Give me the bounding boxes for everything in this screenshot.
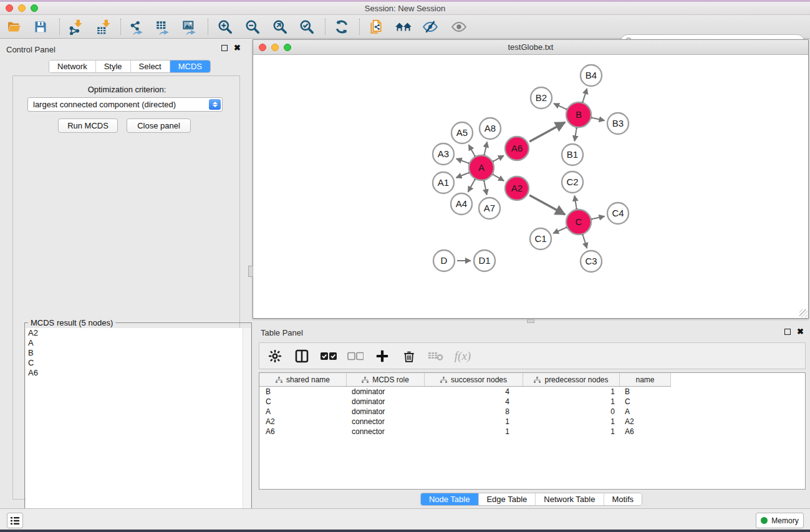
close-panel-icon[interactable]: ✖ bbox=[234, 45, 241, 51]
scrollbar[interactable] bbox=[243, 328, 251, 532]
eye-hidden-icon[interactable] bbox=[420, 18, 441, 36]
mcds-result-item[interactable]: C bbox=[26, 358, 251, 368]
graph-edge-B-B1[interactable] bbox=[574, 130, 576, 142]
export-image-icon[interactable] bbox=[179, 18, 200, 36]
control-panel: Control Panel ✖ NetworkStyleSelectMCDS O… bbox=[0, 39, 244, 508]
graph-edge-A-A5[interactable] bbox=[469, 145, 475, 155]
graph-edge-A-A4[interactable] bbox=[468, 181, 475, 192]
import-network-icon[interactable] bbox=[65, 18, 86, 36]
column-header-name[interactable]: name bbox=[620, 373, 671, 386]
save-icon[interactable] bbox=[30, 18, 51, 36]
eye-icon[interactable] bbox=[448, 18, 470, 36]
float-panel-icon[interactable] bbox=[784, 329, 791, 335]
tab-node-table[interactable]: Node Table bbox=[421, 493, 479, 505]
mcds-result-box: MCDS result (5 nodes) A2ABCA6 bbox=[24, 322, 252, 532]
control-panel-title: Control Panel bbox=[6, 45, 55, 54]
graph-edge-C-C2[interactable] bbox=[574, 196, 576, 208]
graph-node-label: A1 bbox=[438, 177, 449, 188]
graph-edge-C-C3[interactable] bbox=[583, 236, 587, 248]
table-cell: C bbox=[620, 397, 671, 407]
tab-edge-table[interactable]: Edge Table bbox=[478, 493, 536, 505]
task-history-button[interactable] bbox=[7, 513, 23, 528]
graph-edge-C-C4[interactable] bbox=[593, 216, 604, 219]
tab-network[interactable]: Network bbox=[49, 60, 96, 72]
table-row[interactable]: Adominator80A bbox=[259, 407, 671, 417]
resize-grip-icon[interactable] bbox=[799, 309, 808, 317]
network-graph-canvas[interactable]: B4B2BB3A8A5A6B1A3AC2A1A2A4A7C4CC1C3DD1 bbox=[253, 55, 808, 318]
toggle-column-panel-icon[interactable] bbox=[294, 348, 310, 364]
graph-edge-A-A8[interactable] bbox=[485, 142, 487, 153]
table-cell: B bbox=[620, 387, 671, 397]
tab-select[interactable]: Select bbox=[131, 60, 170, 72]
tab-network-table[interactable]: Network Table bbox=[536, 493, 604, 505]
refresh-icon[interactable] bbox=[331, 18, 352, 36]
graph-edge-C-C1[interactable] bbox=[553, 228, 565, 233]
control-panel-tabs: NetworkStyleSelectMCDS bbox=[49, 60, 211, 73]
open-folder-icon[interactable] bbox=[3, 18, 24, 36]
graph-edge-B-B4[interactable] bbox=[583, 89, 587, 100]
table-cell: A2 bbox=[259, 417, 347, 427]
column-header-predecessor-nodes[interactable]: predecessor nodes bbox=[523, 373, 620, 386]
table-cell: C bbox=[259, 397, 347, 407]
graph-edge-A2-C[interactable] bbox=[529, 195, 565, 215]
zoom-fit-icon[interactable] bbox=[269, 18, 291, 36]
export-table-icon[interactable] bbox=[152, 18, 173, 36]
float-panel-icon[interactable] bbox=[221, 45, 228, 51]
tab-style[interactable]: Style bbox=[96, 60, 131, 72]
deselect-all-checks-icon[interactable] bbox=[347, 348, 364, 364]
graph-edge-B-B3[interactable] bbox=[593, 118, 604, 120]
table-row[interactable]: Bdominator41B bbox=[259, 387, 671, 397]
memory-button[interactable]: Memory bbox=[756, 513, 804, 528]
run-mcds-button[interactable]: Run MCDS bbox=[58, 118, 118, 133]
column-header-successor-nodes[interactable]: successor nodes bbox=[425, 373, 523, 386]
mcds-result-item[interactable]: A2 bbox=[26, 328, 251, 338]
import-table-icon[interactable] bbox=[93, 18, 114, 36]
app-titlebar: Session: New Session bbox=[0, 2, 810, 15]
table-cell: B bbox=[259, 387, 347, 397]
memory-label: Memory bbox=[771, 516, 798, 525]
optimization-criterion-label: Optimization criterion: bbox=[13, 85, 241, 94]
graph-edge-A-A3[interactable] bbox=[456, 158, 468, 162]
table-cell: A6 bbox=[259, 427, 347, 437]
panel-collapse-handle[interactable] bbox=[248, 266, 253, 277]
toolbar-separator bbox=[120, 19, 121, 35]
tab-motifs[interactable]: Motifs bbox=[604, 493, 642, 505]
node-table[interactable]: shared nameMCDS rolesuccessor nodesprede… bbox=[259, 372, 806, 490]
copy-network-icon[interactable] bbox=[365, 18, 387, 36]
mcds-result-item[interactable]: A bbox=[26, 338, 251, 348]
home-icon[interactable] bbox=[393, 18, 414, 36]
close-panel-button[interactable]: Close panel bbox=[127, 118, 191, 133]
table-row[interactable]: Cdominator41C bbox=[259, 397, 671, 407]
list-icon bbox=[10, 516, 20, 525]
mcds-result-item[interactable]: B bbox=[26, 348, 251, 358]
graph-edge-B-B2[interactable] bbox=[554, 104, 565, 109]
add-column-icon[interactable] bbox=[374, 348, 390, 364]
settings-gear-icon[interactable] bbox=[267, 348, 283, 364]
mcds-result-list[interactable]: A2ABCA6 bbox=[26, 328, 251, 532]
column-header-MCDS-role[interactable]: MCDS role bbox=[347, 373, 425, 386]
delete-columns-icon[interactable] bbox=[401, 348, 417, 364]
zoom-selected-icon[interactable] bbox=[296, 18, 317, 36]
tab-mcds[interactable]: MCDS bbox=[170, 60, 210, 72]
graph-edge-A6-B[interactable] bbox=[529, 122, 565, 142]
graph-edge-A-A6[interactable] bbox=[494, 155, 504, 160]
table-cell: 1 bbox=[523, 387, 620, 397]
toolbar-separator bbox=[359, 19, 360, 35]
panel-collapse-handle[interactable] bbox=[527, 319, 534, 323]
graph-edge-A-A2[interactable] bbox=[494, 175, 504, 181]
mcds-result-item[interactable]: A6 bbox=[26, 368, 251, 378]
column-header-shared-name[interactable]: shared name bbox=[259, 373, 347, 386]
graph-edge-A-A7[interactable] bbox=[485, 183, 487, 195]
criterion-dropdown[interactable]: largest connected component (directed) bbox=[27, 97, 223, 112]
zoom-in-icon[interactable] bbox=[215, 18, 236, 36]
export-network-icon[interactable] bbox=[126, 18, 147, 36]
table-row[interactable]: A6connector11A6 bbox=[259, 427, 671, 437]
network-window-titlebar[interactable]: testGlobe.txt bbox=[253, 40, 808, 55]
table-cell: 1 bbox=[523, 397, 620, 407]
close-panel-icon[interactable]: ✖ bbox=[797, 329, 804, 335]
table-panel: Table Panel ✖ f(x) shared nameMCDS roles… bbox=[253, 324, 810, 508]
select-all-checks-icon[interactable] bbox=[321, 348, 337, 364]
table-row[interactable]: A2connector11A2 bbox=[259, 417, 671, 427]
graph-edge-A-A1[interactable] bbox=[456, 173, 467, 178]
zoom-out-icon[interactable] bbox=[242, 18, 263, 36]
